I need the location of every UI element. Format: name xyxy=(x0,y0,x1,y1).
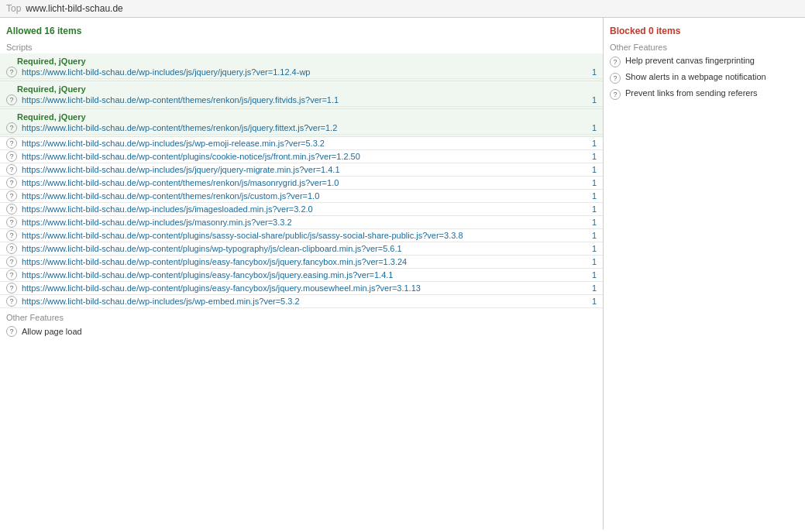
script-url: https://www.licht-bild-schau.de/wp-inclu… xyxy=(22,165,589,174)
script-row[interactable]: ? https://www.licht-bild-schau.de/wp-con… xyxy=(0,150,603,163)
script-count: 1 xyxy=(592,67,597,77)
right-features-list: ? Help prevent canvas fingerprinting ? S… xyxy=(604,53,805,102)
script-url: https://www.licht-bild-schau.de/wp-inclu… xyxy=(22,204,589,214)
right-other-features-label: Other Features xyxy=(604,39,805,53)
script-row[interactable]: ? https://www.licht-bild-schau.de/wp-con… xyxy=(0,229,603,242)
question-icon[interactable]: ? xyxy=(6,177,17,188)
other-features-label: Other Features xyxy=(0,308,603,324)
script-url: https://www.licht-bild-schau.de/wp-conte… xyxy=(22,270,589,280)
script-row[interactable]: ? https://www.licht-bild-schau.de/wp-inc… xyxy=(0,216,603,229)
main-container: Allowed 16 items Scripts Required, jQuer… xyxy=(0,18,805,530)
script-count: 1 xyxy=(592,152,597,161)
question-icon[interactable]: ? xyxy=(6,283,17,293)
script-url: https://www.licht-bild-schau.de/wp-inclu… xyxy=(22,67,589,77)
allowed-header: Allowed 16 items xyxy=(0,22,603,39)
script-count: 1 xyxy=(592,178,597,187)
script-row[interactable]: ? https://www.licht-bild-schau.de/wp-con… xyxy=(0,242,603,256)
script-row[interactable]: ? https://www.licht-bild-schau.de/wp-con… xyxy=(0,256,603,269)
question-icon[interactable]: ? xyxy=(6,67,17,77)
script-count: 1 xyxy=(592,283,597,293)
script-group-2-title: Required, jQuery xyxy=(0,83,603,94)
script-url: https://www.licht-bild-schau.de/wp-inclu… xyxy=(22,139,589,148)
script-row[interactable]: ? https://www.licht-bild-schau.de/wp-con… xyxy=(0,269,603,282)
question-icon[interactable]: ? xyxy=(6,269,17,280)
script-count: 1 xyxy=(592,139,597,148)
feature-label: Help prevent canvas fingerprinting xyxy=(625,56,755,65)
allow-page-load-label: Allow page load xyxy=(22,327,82,336)
script-url: https://www.licht-bild-schau.de/wp-conte… xyxy=(22,123,589,132)
question-icon[interactable]: ? xyxy=(6,190,17,201)
script-row[interactable]: ? https://www.licht-bild-schau.de/wp-con… xyxy=(0,190,603,203)
script-group-1-title: Required, jQuery xyxy=(0,55,603,66)
feature-label: Prevent links from sending referers xyxy=(625,88,758,98)
script-count: 1 xyxy=(592,191,597,201)
scripts-list: ? https://www.licht-bild-schau.de/wp-inc… xyxy=(0,137,603,308)
script-url: https://www.licht-bild-schau.de/wp-conte… xyxy=(22,95,589,105)
question-icon[interactable]: ? xyxy=(6,204,17,215)
question-icon[interactable]: ? xyxy=(610,57,621,67)
right-feature-row: ? Show alerts in a webpage notification xyxy=(604,70,805,86)
script-row[interactable]: ? https://www.licht-bild-schau.de/wp-inc… xyxy=(0,203,603,216)
script-url: https://www.licht-bild-schau.de/wp-conte… xyxy=(22,152,589,161)
right-feature-row: ? Help prevent canvas fingerprinting xyxy=(604,53,805,70)
script-url: https://www.licht-bild-schau.de/wp-conte… xyxy=(22,231,589,240)
question-icon[interactable]: ? xyxy=(6,296,17,307)
script-url: https://www.licht-bild-schau.de/wp-conte… xyxy=(22,257,589,266)
top-label: Top xyxy=(6,3,21,14)
script-url: https://www.licht-bild-schau.de/wp-inclu… xyxy=(22,218,589,227)
question-icon[interactable]: ? xyxy=(6,243,17,254)
question-icon[interactable]: ? xyxy=(6,94,17,105)
question-icon[interactable]: ? xyxy=(6,122,17,133)
allow-page-load-row[interactable]: ? Allow page load xyxy=(0,324,603,339)
script-count: 1 xyxy=(592,204,597,214)
script-group-2: Required, jQuery ? https://www.licht-bil… xyxy=(0,81,603,109)
script-count: 1 xyxy=(592,257,597,266)
question-icon[interactable]: ? xyxy=(6,256,17,267)
script-row-group3[interactable]: ? https://www.licht-bild-schau.de/wp-con… xyxy=(0,122,603,135)
script-group-1: Required, jQuery ? https://www.licht-bil… xyxy=(0,53,603,81)
script-url: https://www.licht-bild-schau.de/wp-conte… xyxy=(22,283,589,293)
left-panel: Allowed 16 items Scripts Required, jQuer… xyxy=(0,18,604,530)
question-icon[interactable]: ? xyxy=(6,230,17,241)
question-icon[interactable]: ? xyxy=(610,73,621,84)
question-icon[interactable]: ? xyxy=(6,164,17,175)
script-url: https://www.licht-bild-schau.de/wp-conte… xyxy=(22,178,589,187)
top-bar: Top www.licht-bild-schau.de xyxy=(0,0,805,18)
script-url: https://www.licht-bild-schau.de/wp-conte… xyxy=(22,191,589,201)
right-feature-row: ? Prevent links from sending referers xyxy=(604,86,805,102)
question-icon[interactable]: ? xyxy=(610,89,621,100)
script-row[interactable]: ? https://www.licht-bild-schau.de/wp-inc… xyxy=(0,137,603,150)
question-icon[interactable]: ? xyxy=(6,326,17,337)
script-group-3: Required, jQuery ? https://www.licht-bil… xyxy=(0,109,603,137)
top-url: www.licht-bild-schau.de xyxy=(26,3,122,14)
script-count: 1 xyxy=(592,297,597,306)
script-count: 1 xyxy=(592,270,597,280)
question-icon[interactable]: ? xyxy=(6,151,17,162)
script-url: https://www.licht-bild-schau.de/wp-inclu… xyxy=(22,297,589,306)
script-row[interactable]: ? https://www.licht-bild-schau.de/wp-inc… xyxy=(0,295,603,308)
script-group-3-title: Required, jQuery xyxy=(0,111,603,122)
question-icon[interactable]: ? xyxy=(6,217,17,228)
script-url: https://www.licht-bild-schau.de/wp-conte… xyxy=(22,244,589,253)
script-row[interactable]: ? https://www.licht-bild-schau.de/wp-con… xyxy=(0,177,603,190)
right-panel: Blocked 0 items Other Features ? Help pr… xyxy=(604,18,805,530)
script-count: 1 xyxy=(592,95,597,105)
script-row-group1[interactable]: ? https://www.licht-bild-schau.de/wp-inc… xyxy=(0,66,603,79)
script-row-group2[interactable]: ? https://www.licht-bild-schau.de/wp-con… xyxy=(0,94,603,107)
question-icon[interactable]: ? xyxy=(6,138,17,149)
script-row[interactable]: ? https://www.licht-bild-schau.de/wp-con… xyxy=(0,282,603,295)
script-count: 1 xyxy=(592,231,597,240)
script-row[interactable]: ? https://www.licht-bild-schau.de/wp-inc… xyxy=(0,163,603,177)
script-count: 1 xyxy=(592,165,597,174)
script-count: 1 xyxy=(592,123,597,132)
scripts-label: Scripts xyxy=(0,39,603,53)
blocked-header: Blocked 0 items xyxy=(604,22,805,39)
script-count: 1 xyxy=(592,244,597,253)
script-count: 1 xyxy=(592,218,597,227)
feature-label: Show alerts in a webpage notification xyxy=(625,72,766,81)
